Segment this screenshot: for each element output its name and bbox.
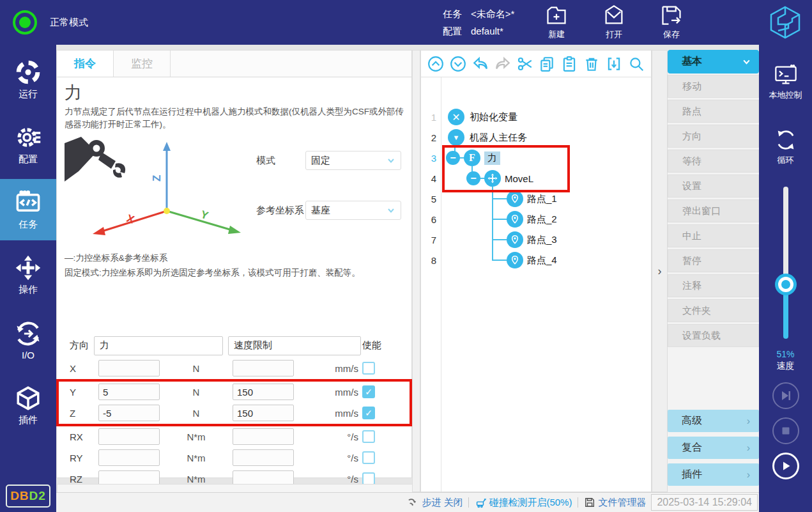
move-up-icon[interactable] [427, 56, 444, 72]
sidebar-item-run[interactable]: 运行 [0, 49, 56, 110]
cube-icon [15, 385, 42, 412]
collision-detection-status[interactable]: 碰撞检测开启(50%) [475, 497, 572, 509]
category-composite-button[interactable]: 复合› [668, 437, 759, 459]
step-forward-button[interactable] [772, 382, 799, 409]
code-window-icon [15, 189, 42, 216]
tree-row-waypoint-4[interactable]: 8 路点_4 [421, 250, 651, 270]
config-value: default* [471, 22, 503, 40]
slider-track-upper[interactable] [783, 187, 788, 281]
redo-icon[interactable] [494, 56, 511, 72]
force-input-ry[interactable] [98, 449, 160, 466]
diagram-caption-1: —:力控坐标系&参考坐标系 [65, 252, 405, 265]
move-down-icon[interactable] [450, 56, 466, 72]
loop-button[interactable]: 循环 [759, 128, 812, 166]
annotation-box-tree [442, 145, 570, 192]
sidebar-item-io[interactable]: I/O [0, 309, 56, 371]
waypoint-pin-icon [507, 211, 523, 228]
tree-row-init-vars[interactable]: 1 ✕ 初始化变量 [421, 107, 651, 127]
command-item-move[interactable]: 移动 [668, 75, 759, 98]
table-row-rx: RX N*m °/s [65, 426, 405, 447]
speed-input-ry[interactable] [233, 449, 294, 466]
enable-checkbox-rx[interactable] [362, 430, 375, 443]
tree-row-waypoint-3[interactable]: 7 路点_3 [421, 229, 651, 250]
sidebar-item-operate[interactable]: 操作 [0, 244, 56, 306]
enable-checkbox-ry[interactable] [362, 451, 375, 464]
copy-icon[interactable] [539, 56, 555, 72]
chevron-right-icon: › [747, 469, 750, 481]
program-tree-panel: 1 ✕ 初始化变量 2 ▼ 机器人主任务 3 − F 力 4 − [420, 50, 652, 492]
sidebar-item-config[interactable]: 配置 [0, 114, 56, 175]
vertical-scrollbar[interactable] [412, 50, 420, 492]
force-input-z[interactable] [98, 405, 160, 421]
page-title: 力 [65, 81, 405, 104]
command-item-folder[interactable]: 文件夹 [668, 299, 759, 322]
command-item-direction[interactable]: 方向 [668, 125, 759, 148]
force-table: 方向 力 速度限制 使能 X N mm/s Y [65, 334, 405, 490]
stop-button[interactable] [772, 417, 799, 444]
command-item-popup[interactable]: 弹出窗口 [668, 199, 759, 222]
enable-checkbox-x[interactable] [362, 362, 375, 375]
top-bar: 正常模式 任务<未命名>* 配置default* 新建 打开 保存 [0, 0, 812, 45]
slider-knob[interactable] [778, 277, 793, 292]
stop-icon [779, 424, 792, 437]
enable-checkbox-z[interactable] [362, 407, 375, 419]
sidebar-item-plugin[interactable]: 插件 [0, 375, 56, 436]
sidebar-item-task[interactable]: 任务 [0, 179, 56, 240]
new-button[interactable]: 新建 [537, 4, 576, 40]
tab-instruction[interactable]: 指令 [57, 50, 114, 77]
delete-icon[interactable] [583, 56, 600, 72]
speed-input-x[interactable] [233, 360, 294, 376]
command-item-wait[interactable]: 等待 [668, 150, 759, 173]
floppy-icon [584, 497, 595, 508]
open-button[interactable]: 打开 [594, 4, 634, 40]
file-manager-status[interactable]: 文件管理器 [584, 497, 646, 509]
command-item-set[interactable]: 设置 [668, 175, 759, 198]
instruction-panel: 指令 监控 力 力节点规定了后代节点在运行过程中机器人施力模式和数据(仅机器人类… [56, 50, 412, 478]
command-item-waypoint[interactable]: 路点 [668, 100, 759, 123]
mode-label: 正常模式 [50, 17, 88, 29]
command-item-abort[interactable]: 中止 [668, 224, 759, 247]
step-icon [408, 497, 419, 508]
insert-icon[interactable] [606, 56, 622, 72]
save-button[interactable]: 保存 [652, 4, 691, 40]
dbd2-badge[interactable]: DBD2 [6, 485, 50, 508]
search-icon[interactable] [628, 56, 645, 72]
command-item-set-payload[interactable]: 设置负载 [668, 324, 759, 347]
speed-input-z[interactable] [233, 405, 294, 421]
chevron-down-icon [387, 206, 395, 215]
undo-icon[interactable] [472, 56, 489, 72]
category-advanced-button[interactable]: 高级› [668, 410, 759, 432]
annotation-box-table: Y N mm/s Z N mm/s [56, 379, 412, 426]
speed-input-y[interactable] [233, 384, 294, 400]
new-folder-icon [545, 4, 568, 27]
collision-icon [475, 497, 486, 508]
tab-monitor[interactable]: 监控 [114, 50, 171, 77]
speed-slider[interactable] [778, 187, 794, 339]
force-input-rx[interactable] [98, 428, 160, 445]
force-input-x[interactable] [98, 360, 160, 376]
status-bar: 步进 关闭 碰撞检测开启(50%) 文件管理器 2025-03-14 15:29… [56, 492, 759, 512]
panel-expander[interactable]: › [652, 50, 668, 492]
gear-icon [15, 124, 42, 151]
enable-header: 使能 [362, 339, 381, 352]
command-item-pause[interactable]: 暂停 [668, 249, 759, 272]
task-value: <未命名>* [471, 5, 514, 22]
force-input-y[interactable] [98, 384, 160, 400]
mode-select[interactable]: 固定 [305, 151, 401, 170]
cut-icon[interactable] [517, 56, 533, 72]
speed-input-rx[interactable] [233, 428, 294, 445]
play-icon [779, 460, 792, 472]
run-icon [15, 59, 42, 86]
paste-icon[interactable] [561, 56, 578, 72]
tree-row-waypoint-2[interactable]: 6 路点_2 [421, 209, 651, 229]
category-plugin-button[interactable]: 插件› [668, 463, 759, 486]
enable-checkbox-y[interactable] [362, 385, 375, 398]
x-axis-label: X [125, 212, 137, 226]
reference-frame-select[interactable]: 基座 [305, 201, 401, 220]
step-mode-status[interactable]: 步进 关闭 [408, 497, 463, 509]
y-axis-label: Y [199, 208, 210, 222]
command-item-comment[interactable]: 注释 [668, 274, 759, 297]
play-button[interactable] [772, 453, 799, 479]
category-basic-header[interactable]: 基本 [668, 50, 759, 74]
local-control-button[interactable]: 本地控制 [759, 63, 812, 101]
